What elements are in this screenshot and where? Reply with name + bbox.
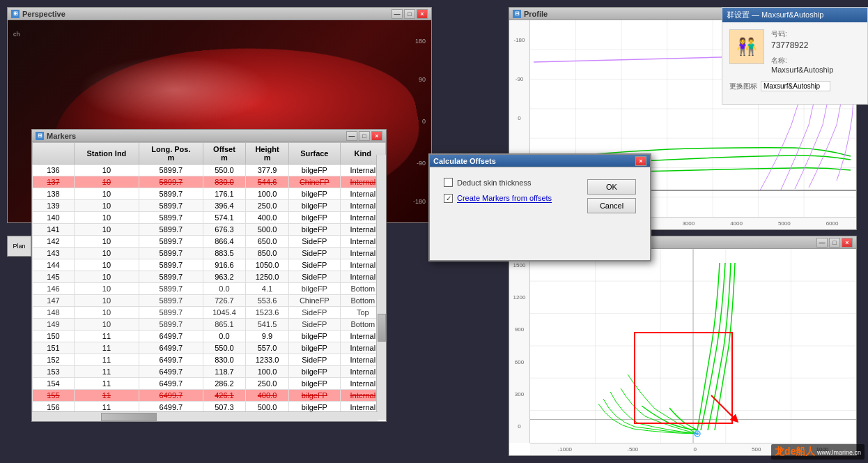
cell-id: 150	[33, 331, 75, 342]
table-row[interactable]: 154 11 6499.7 286.2 250.0 bilgeFP Intern…	[33, 378, 386, 390]
deduct-skin-checkbox[interactable]	[444, 178, 453, 187]
social-avatar: 👫	[729, 29, 764, 64]
markers-scrollbar-h[interactable]	[32, 411, 378, 421]
markers-scrollbar-v[interactable]	[376, 155, 386, 420]
table-row[interactable]: 149 10 5899.7 865.1 541.5 SideFP Bottom	[33, 319, 386, 331]
social-panel: 群设置 — Maxsurf&Autoship 👫 号码: 73778922 名称…	[722, 7, 868, 105]
cell-long-pos: 5899.7	[139, 212, 203, 224]
bodyplan-minimize[interactable]: —	[816, 238, 828, 248]
cell-id: 140	[33, 212, 75, 224]
table-row[interactable]: 144 10 5899.7 916.6 1050.0 SideFP Intern…	[33, 259, 386, 271]
table-row[interactable]: 142 10 5899.7 866.4 650.0 SideFP Interna…	[33, 236, 386, 248]
cell-surface: ChineFP	[288, 176, 340, 188]
name-input[interactable]	[761, 81, 830, 91]
cell-offset: 830.0	[203, 176, 245, 188]
ok-button[interactable]: OK	[587, 179, 636, 195]
table-row[interactable]: 138 10 5899.7 176.1 100.0 bilgeFP Intern…	[33, 188, 386, 200]
table-row[interactable]: 146 10 5899.7 0.0 4.1 bilgeFP Bottom	[33, 283, 386, 295]
cell-surface: bilgeFP	[288, 342, 340, 354]
table-row[interactable]: 155 11 6499.7 426.1 400.0 bilgeFP Intern…	[33, 390, 386, 402]
cell-height: 544.6	[246, 176, 289, 188]
table-header: Station Ind Long. Pos.m Offsetm Heightm …	[33, 143, 386, 165]
cell-offset: 550.0	[203, 342, 245, 354]
table-row[interactable]: 137 10 5899.7 830.0 544.6 ChineFP Intern…	[33, 176, 386, 188]
bodyplan-svg	[530, 249, 856, 443]
cell-station: 10	[75, 307, 139, 319]
table-row[interactable]: 152 11 6499.7 830.0 1233.0 SideFP Intern…	[33, 354, 386, 366]
markers-scrollbar-h-thumb[interactable]	[101, 413, 157, 421]
cancel-button[interactable]: Cancel	[587, 198, 636, 213]
calc-dialog-controls[interactable]: ×	[635, 156, 646, 166]
cell-id: 145	[33, 271, 75, 283]
axis-label-neg90: -90	[417, 160, 426, 167]
watermark: 龙de船人 www.lmarine.cn	[771, 444, 865, 460]
table-row[interactable]: 148 10 5899.7 1045.4 1523.6 SideFP Top	[33, 307, 386, 319]
hull-highlight	[77, 55, 272, 125]
cell-height: 1050.0	[246, 259, 289, 271]
perspective-maximize[interactable]: □	[404, 9, 415, 19]
bodyplan-close[interactable]: ×	[842, 238, 853, 248]
cell-height: 1523.6	[246, 307, 289, 319]
perspective-minimize[interactable]: —	[392, 9, 403, 19]
table-row[interactable]: 150 11 6499.7 0.0 9.9 bilgeFP Internal	[33, 331, 386, 342]
cell-long-pos: 6499.7	[139, 354, 203, 366]
table-row[interactable]: 145 10 5899.7 963.2 1250.0 SideFP Intern…	[33, 271, 386, 283]
calc-dialog-buttons: OK Cancel	[587, 179, 636, 213]
markers-maximize[interactable]: □	[359, 131, 370, 141]
cell-surface: SideFP	[288, 259, 340, 271]
social-info: 号码: 73778922 名称: Maxsurf&Autoship	[771, 29, 860, 74]
table-row[interactable]: 140 10 5899.7 574.1 400.0 bilgeFP Intern…	[33, 212, 386, 224]
markers-close[interactable]: ×	[371, 131, 382, 141]
cell-id: 153	[33, 366, 75, 378]
bodyplan-maximize[interactable]: □	[829, 238, 840, 248]
cell-height: 541.5	[246, 319, 289, 331]
cell-surface: bilgeFP	[288, 390, 340, 402]
change-icon-label[interactable]: 更换图标	[729, 82, 757, 91]
calc-dialog-title: Calculate Offsets	[433, 157, 496, 165]
table-row[interactable]: 141 10 5899.7 676.3 500.0 bilgeFP Intern…	[33, 224, 386, 236]
cell-station: 10	[75, 319, 139, 331]
markers-controls[interactable]: — □ ×	[346, 131, 382, 141]
create-markers-checkbox[interactable]	[444, 194, 453, 203]
cell-height: 100.0	[246, 366, 289, 378]
perspective-controls[interactable]: — □ ×	[392, 9, 428, 19]
table-row[interactable]: 147 10 5899.7 726.7 553.6 ChineFP Bottom	[33, 295, 386, 307]
cell-surface: bilgeFP	[288, 165, 340, 176]
cell-offset: 830.0	[203, 354, 245, 366]
cell-station: 10	[75, 200, 139, 212]
cell-offset: 396.4	[203, 200, 245, 212]
svg-point-27	[696, 432, 699, 435]
cell-surface: SideFP	[288, 236, 340, 248]
cell-station: 11	[75, 366, 139, 378]
perspective-close[interactable]: ×	[417, 9, 428, 19]
cell-offset: 726.7	[203, 295, 245, 307]
cell-station: 10	[75, 176, 139, 188]
cell-offset: 916.6	[203, 259, 245, 271]
table-row[interactable]: 151 11 6499.7 550.0 557.0 bilgeFP Intern…	[33, 342, 386, 354]
avatar-emoji: 👫	[736, 37, 757, 56]
cell-station: 10	[75, 248, 139, 259]
cell-offset: 865.1	[203, 319, 245, 331]
table-row[interactable]: 139 10 5899.7 396.4 250.0 bilgeFP Intern…	[33, 200, 386, 212]
markers-icon: ⊞	[36, 132, 44, 140]
table-row[interactable]: 143 10 5899.7 883.5 850.0 SideFP Interna…	[33, 248, 386, 259]
axis-label-top: 180	[415, 38, 426, 45]
cell-id: 155	[33, 390, 75, 402]
create-markers-label[interactable]: Create Markers from offsets	[457, 194, 552, 203]
axis-label-0: 0	[422, 118, 426, 125]
table-row[interactable]: 136 10 5899.7 550.0 377.9 bilgeFP Intern…	[33, 165, 386, 176]
cell-surface: SideFP	[288, 248, 340, 259]
cell-surface: ChineFP	[288, 295, 340, 307]
table-row[interactable]: 153 11 6499.7 118.7 100.0 bilgeFP Intern…	[33, 366, 386, 378]
cell-offset: 963.2	[203, 271, 245, 283]
perspective-title: Perspective	[22, 10, 65, 18]
markers-minimize[interactable]: —	[346, 131, 357, 141]
cell-long-pos: 5899.7	[139, 295, 203, 307]
calc-dialog-close[interactable]: ×	[635, 156, 646, 166]
cell-offset: 866.4	[203, 236, 245, 248]
markers-scrollbar-thumb[interactable]	[378, 314, 386, 342]
cell-surface: SideFP	[288, 307, 340, 319]
bodyplan-controls[interactable]: — □ ×	[816, 238, 853, 248]
cell-id: 139	[33, 200, 75, 212]
number-label: 号码:	[771, 29, 860, 39]
